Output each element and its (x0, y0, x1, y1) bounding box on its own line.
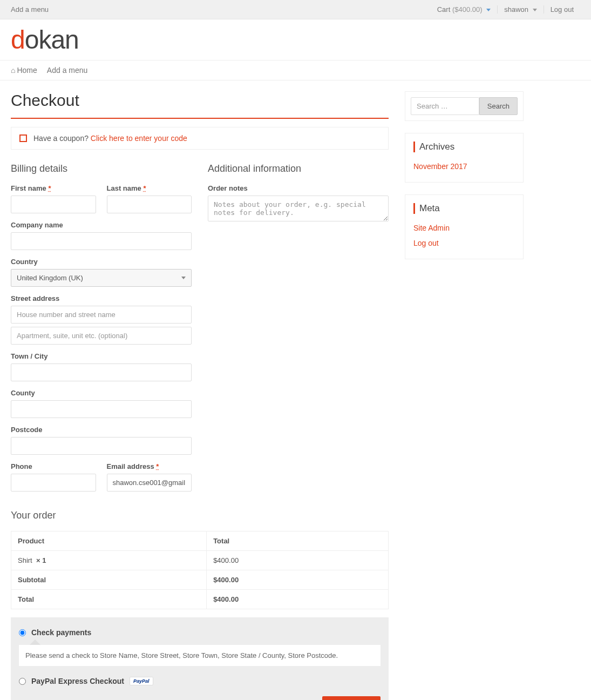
label-order-notes: Order notes (208, 184, 389, 192)
caret-down-icon (486, 9, 491, 11)
divider (11, 118, 389, 119)
order-table: Product Total Shirt × 1 $400.00 Subtotal… (11, 531, 389, 609)
logout-link[interactable]: Log out (544, 5, 580, 14)
your-order-heading: Your order (11, 510, 389, 521)
home-icon: ⌂ (11, 66, 15, 75)
label-last-name: Last name * (107, 184, 192, 192)
nav-home[interactable]: ⌂Home (11, 66, 37, 75)
first-name-field[interactable] (11, 196, 96, 213)
coupon-notice: Have a coupon? Click here to enter your … (11, 127, 389, 150)
coupon-link[interactable]: Click here to enter your code (91, 134, 187, 143)
label-first-name: First name * (11, 184, 96, 192)
label-street: Street address (11, 294, 192, 302)
last-name-field[interactable] (107, 196, 192, 213)
order-notes-field[interactable] (208, 196, 389, 221)
country-select[interactable]: United Kingdom (UK) (11, 269, 192, 287)
meta-link-logout[interactable]: Log out (413, 239, 439, 247)
paypal-icon: PayPal (130, 677, 153, 685)
street-field-2[interactable] (11, 327, 192, 345)
radio-check-payments[interactable] (19, 629, 26, 636)
nav-add-menu[interactable]: Add a menu (47, 66, 88, 75)
payment-box: Check payments Please send a check to St… (11, 617, 389, 700)
topbar: Add a menu Cart ($400.00) shawon Log out (0, 0, 591, 19)
site-logo[interactable]: dokan (11, 25, 580, 55)
search-button[interactable]: Search (479, 97, 518, 115)
street-field-1[interactable] (11, 306, 192, 324)
company-field[interactable] (11, 232, 192, 250)
label-email: Email address * (107, 462, 192, 470)
chevron-down-icon (181, 277, 186, 279)
user-menu[interactable]: shawon (497, 5, 543, 14)
radio-paypal[interactable] (19, 678, 26, 685)
billing-heading: Billing details (11, 163, 192, 174)
archives-title: Archives (413, 142, 515, 152)
county-field[interactable] (11, 400, 192, 418)
phone-field[interactable] (11, 474, 96, 492)
archive-link[interactable]: November 2017 (413, 162, 467, 171)
table-row: Shirt × 1 $400.00 (11, 551, 389, 570)
label-town: Town / City (11, 352, 192, 360)
label-county: County (11, 389, 192, 397)
table-row: Subtotal $400.00 (11, 570, 389, 590)
label-country: Country (11, 258, 192, 266)
cart-link[interactable]: Cart ($400.00) (431, 5, 497, 14)
logo-area: dokan (0, 19, 591, 60)
search-widget: Search (405, 91, 524, 121)
coupon-question: Have a coupon? (33, 134, 91, 143)
search-input[interactable] (411, 97, 479, 115)
payment-check-desc: Please send a check to Store Name, Store… (19, 645, 381, 666)
label-company: Company name (11, 221, 192, 229)
table-row: Total $400.00 (11, 590, 389, 609)
postcode-field[interactable] (11, 437, 192, 455)
town-field[interactable] (11, 364, 192, 381)
additional-heading: Additional information (208, 163, 389, 174)
caret-down-icon (533, 9, 537, 11)
label-phone: Phone (11, 462, 96, 470)
th-total: Total (207, 531, 389, 551)
th-product: Product (11, 531, 207, 551)
place-order-button[interactable]: Place order (322, 696, 381, 700)
payment-option-check[interactable]: Check payments (19, 625, 381, 640)
nav-bar: ⌂Home Add a menu (0, 60, 591, 80)
meta-link-site-admin[interactable]: Site Admin (413, 224, 450, 232)
archives-widget: Archives November 2017 (405, 133, 524, 183)
email-field[interactable] (107, 474, 192, 492)
meta-widget: Meta Site Admin Log out (405, 194, 524, 259)
topbar-left-link[interactable]: Add a menu (11, 5, 49, 14)
meta-title: Meta (413, 203, 515, 214)
payment-option-paypal[interactable]: PayPal Express Checkout PayPal (19, 674, 381, 688)
coupon-icon (19, 134, 27, 142)
label-postcode: Postcode (11, 426, 192, 434)
page-title: Checkout (11, 91, 389, 110)
cart-amount: ($400.00) (452, 5, 483, 14)
